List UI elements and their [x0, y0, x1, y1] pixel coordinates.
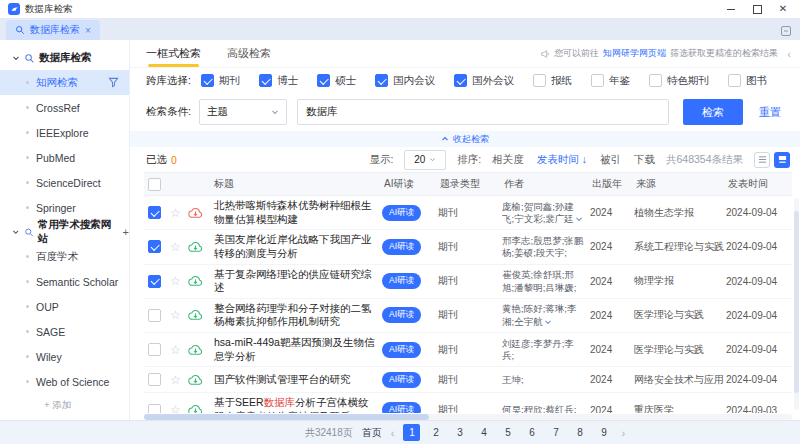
sidebar-item-知网检索[interactable]: 知网检索	[0, 70, 129, 95]
download-cloud-icon[interactable]	[188, 207, 203, 219]
page-button-6[interactable]: 6	[523, 424, 540, 441]
page-button-1[interactable]: 1	[403, 424, 420, 441]
download-cloud-icon[interactable]	[188, 404, 203, 413]
sidebar-item-web-of-science[interactable]: Web of Science	[0, 369, 129, 394]
minimize-icon[interactable]	[726, 4, 736, 14]
horizontal-scrollbar[interactable]	[144, 414, 792, 420]
checkbox[interactable]	[259, 74, 272, 87]
ai-read-badge[interactable]: AI研读	[382, 342, 421, 358]
tab-list-icon[interactable]	[780, 25, 792, 37]
sidebar-add-button[interactable]: + 添加	[0, 394, 129, 416]
star-icon[interactable]: ☆	[170, 343, 181, 357]
list-view-icon[interactable]	[754, 152, 770, 168]
star-icon[interactable]: ☆	[170, 403, 181, 413]
row-title[interactable]: 国产软件测试管理平台的研究	[212, 370, 382, 390]
maximize-icon[interactable]	[752, 4, 762, 14]
download-cloud-icon[interactable]	[188, 241, 203, 253]
filter-博士[interactable]: 博士	[259, 74, 298, 88]
row-title[interactable]: hsa-miR-449a靶基因预测及生物信息学分析	[212, 333, 382, 366]
star-icon[interactable]: ☆	[170, 308, 181, 322]
ai-read-badge[interactable]: AI研读	[382, 307, 421, 323]
filter-特色期刊[interactable]: 特色期刊	[649, 74, 709, 88]
ai-read-badge[interactable]: AI研读	[382, 205, 421, 221]
page-size-select[interactable]: 20	[404, 150, 446, 170]
ai-read-badge[interactable]: AI研读	[382, 402, 421, 413]
row-checkbox[interactable]	[148, 373, 161, 386]
card-view-icon[interactable]	[774, 152, 790, 168]
sidebar-item-oup[interactable]: OUP	[0, 294, 129, 319]
next-page-icon[interactable]: ›	[621, 427, 625, 439]
row-title[interactable]: 基于复杂网络理论的供应链研究综述	[212, 265, 382, 298]
download-cloud-icon[interactable]	[188, 344, 203, 356]
row-checkbox[interactable]	[148, 275, 161, 288]
collapse-search-bar[interactable]: 收起检索	[130, 131, 800, 147]
page-button-2[interactable]: 2	[427, 424, 444, 441]
star-icon[interactable]: ☆	[170, 206, 181, 220]
row-checkbox[interactable]	[148, 309, 161, 322]
sidebar-item-sciencedirect[interactable]: ScienceDirect	[0, 170, 129, 195]
row-checkbox[interactable]	[148, 240, 161, 253]
filter-硕士[interactable]: 硕士	[317, 74, 356, 88]
tab-database-search[interactable]: 数据库检索 ×	[6, 20, 100, 40]
field-select[interactable]: 主题	[199, 99, 287, 125]
sort-option-被引[interactable]: 被引	[600, 153, 621, 167]
sidebar-item-semantic-scholar[interactable]: Semantic Scholar	[0, 269, 129, 294]
search-button[interactable]: 检索	[683, 99, 743, 125]
ai-read-badge[interactable]: AI研读	[382, 239, 421, 255]
search-input[interactable]	[297, 99, 669, 125]
sort-option-下载[interactable]: 下载	[634, 153, 655, 167]
ai-read-badge[interactable]: AI研读	[382, 273, 421, 289]
download-cloud-icon[interactable]	[188, 309, 203, 321]
select-all-checkbox[interactable]	[148, 178, 161, 191]
page-button-8[interactable]: 8	[571, 424, 588, 441]
sidebar-section-header[interactable]: 数据库检索	[0, 46, 129, 70]
collapse-right-panel-icon[interactable]: ‹	[782, 44, 796, 64]
filter-icon[interactable]	[108, 77, 119, 88]
checkbox[interactable]	[649, 74, 662, 87]
filter-年鉴[interactable]: 年鉴	[591, 74, 630, 88]
sidebar-item-wiley[interactable]: Wiley	[0, 344, 129, 369]
star-icon[interactable]: ☆	[170, 373, 181, 387]
page-button-5[interactable]: 5	[499, 424, 516, 441]
page-button-3[interactable]: 3	[451, 424, 468, 441]
star-icon[interactable]: ☆	[170, 240, 181, 254]
filter-国内会议[interactable]: 国内会议	[375, 74, 435, 88]
expand-authors-icon[interactable]	[575, 215, 583, 223]
download-cloud-icon[interactable]	[188, 374, 203, 386]
first-page-button[interactable]: 首页	[362, 426, 382, 440]
checkbox[interactable]	[533, 74, 546, 87]
checkbox[interactable]	[375, 74, 388, 87]
page-button-9[interactable]: 9	[595, 424, 612, 441]
star-icon[interactable]: ☆	[170, 274, 181, 288]
sidebar-item-ieeexplore[interactable]: IEEExplore	[0, 120, 129, 145]
checkbox[interactable]	[317, 74, 330, 87]
add-site-icon[interactable]: +	[123, 226, 129, 238]
filter-报纸[interactable]: 报纸	[533, 74, 572, 88]
sidebar-item-springer[interactable]: Springer	[0, 195, 129, 220]
checkbox[interactable]	[201, 74, 214, 87]
row-title[interactable]: 美国友岸化近岸化战略下我国产业转移的测度与分析	[212, 230, 382, 263]
sidebar-section-header[interactable]: 常用学术搜索网站+	[0, 220, 129, 244]
row-checkbox[interactable]	[148, 206, 161, 219]
row-title[interactable]: 北热带喀斯特森林优势树种细根生物量估算模型构建	[212, 196, 382, 229]
checkbox[interactable]	[454, 74, 467, 87]
cnki-web-link[interactable]: 知网研学网页端	[603, 47, 666, 60]
sidebar-item-pubmed[interactable]: PubMed	[0, 145, 129, 170]
row-title[interactable]: 整合网络药理学和分子对接的二氢杨梅素抗抑郁作用机制研究	[212, 299, 382, 332]
row-checkbox[interactable]	[148, 404, 161, 413]
download-cloud-icon[interactable]	[188, 275, 203, 287]
sidebar-item-crossref[interactable]: CrossRef	[0, 95, 129, 120]
reset-button[interactable]: 重置	[759, 105, 781, 120]
sidebar-item-百度学术[interactable]: 百度学术	[0, 244, 129, 269]
prev-page-icon[interactable]: ‹	[391, 427, 395, 439]
ai-read-badge[interactable]: AI研读	[382, 372, 421, 388]
sort-option-相关度[interactable]: 相关度	[492, 153, 524, 167]
filter-期刊[interactable]: 期刊	[201, 74, 240, 88]
vertical-scrollbar[interactable]	[794, 198, 799, 410]
tab-close-icon[interactable]: ×	[85, 25, 91, 36]
expand-authors-icon[interactable]	[544, 318, 552, 326]
row-checkbox[interactable]	[148, 343, 161, 356]
filter-国外会议[interactable]: 国外会议	[454, 74, 514, 88]
page-button-7[interactable]: 7	[547, 424, 564, 441]
checkbox[interactable]	[591, 74, 604, 87]
